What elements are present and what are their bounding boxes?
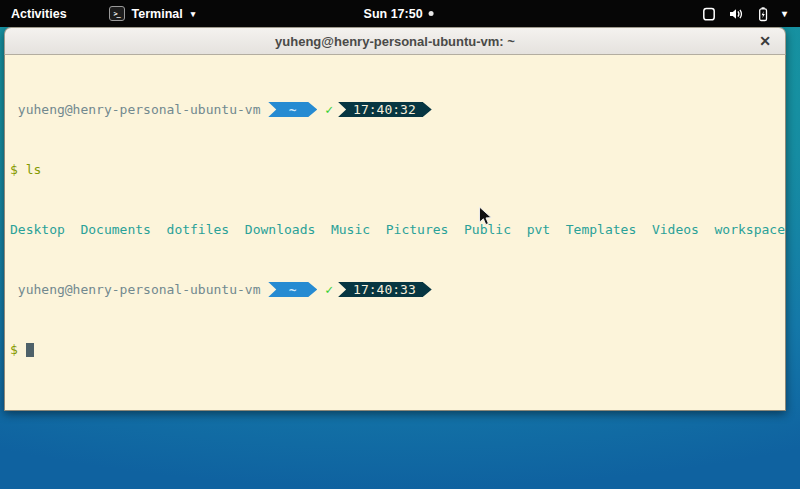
mouse-cursor bbox=[478, 206, 493, 227]
user-host-text: yuheng@henry-personal-ubuntu-vm bbox=[10, 282, 268, 297]
ls-output: Desktop Documents dotfiles Downloads Mus… bbox=[10, 222, 785, 237]
ls-entry: Pictures bbox=[386, 222, 449, 237]
terminal-window: yuheng@henry-personal-ubuntu-vm: ~ ✕ yuh… bbox=[4, 27, 786, 411]
ls-entry: pvt bbox=[527, 222, 550, 237]
clock-button[interactable]: Sun 17:50 bbox=[364, 0, 434, 27]
clock-label: Sun 17:50 bbox=[364, 7, 423, 21]
battery-charging-icon bbox=[755, 6, 771, 22]
ls-entry: dotfiles bbox=[167, 222, 230, 237]
prompt-line-2: yuheng@henry-personal-ubuntu-vm ~ ✓ 17:4… bbox=[10, 282, 785, 297]
chevron-down-icon: ▾ bbox=[782, 8, 787, 19]
user-host-text: yuheng@henry-personal-ubuntu-vm bbox=[10, 102, 268, 117]
notification-dot-icon bbox=[429, 11, 434, 16]
window-titlebar[interactable]: yuheng@henry-personal-ubuntu-vm: ~ ✕ bbox=[4, 27, 786, 55]
terminal-screen[interactable]: yuheng@henry-personal-ubuntu-vm ~ ✓ 17:4… bbox=[4, 55, 786, 411]
terminal-cursor bbox=[26, 343, 34, 357]
prompt-symbol: $ bbox=[10, 162, 18, 177]
close-button[interactable]: ✕ bbox=[756, 32, 774, 50]
cwd-segment: ~ bbox=[268, 282, 317, 297]
terminal-icon: >_ bbox=[109, 6, 125, 21]
command-line: $ ls bbox=[10, 162, 785, 177]
time-segment: 17:40:33 bbox=[338, 282, 432, 297]
screen-icon bbox=[701, 6, 717, 22]
time-segment: 17:40:32 bbox=[338, 102, 432, 117]
app-menu-terminal[interactable]: >_ Terminal ▾ bbox=[100, 0, 205, 27]
activities-button[interactable]: Activities bbox=[2, 0, 76, 27]
system-status-area[interactable]: ▾ bbox=[688, 0, 800, 27]
ls-entry: Videos bbox=[652, 222, 699, 237]
prompt-symbol: $ bbox=[10, 342, 18, 357]
check-icon: ✓ bbox=[325, 282, 333, 297]
chevron-down-icon: ▾ bbox=[191, 9, 196, 19]
ls-entry: Desktop bbox=[10, 222, 65, 237]
ls-entry: Downloads bbox=[245, 222, 315, 237]
ls-entry: Music bbox=[331, 222, 370, 237]
ls-entry: Documents bbox=[80, 222, 150, 237]
app-menu-label: Terminal bbox=[132, 7, 183, 21]
cwd-segment: ~ bbox=[268, 102, 317, 117]
window-title: yuheng@henry-personal-ubuntu-vm: ~ bbox=[275, 34, 515, 49]
ls-entry: workspace bbox=[715, 222, 785, 237]
command-text: ls bbox=[26, 162, 42, 177]
ls-entry: Templates bbox=[566, 222, 636, 237]
input-line: $ bbox=[10, 342, 785, 357]
volume-icon bbox=[728, 6, 744, 22]
prompt-line-1: yuheng@henry-personal-ubuntu-vm ~ ✓ 17:4… bbox=[10, 102, 785, 117]
top-bar: Activities >_ Terminal ▾ Sun 17:50 bbox=[0, 0, 800, 27]
check-icon: ✓ bbox=[325, 102, 333, 117]
